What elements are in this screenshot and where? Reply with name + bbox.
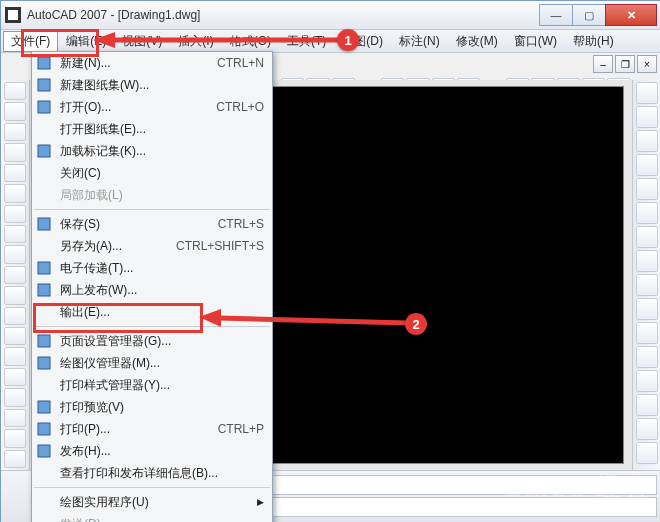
extend-icon[interactable]: [636, 322, 658, 344]
menu-item[interactable]: 页面设置管理器(G)...: [32, 330, 272, 352]
close-button[interactable]: ✕: [605, 4, 657, 26]
menu-item: 发送(D)...: [32, 513, 272, 522]
step-marker-2: 2: [405, 313, 427, 335]
revcloud-icon[interactable]: [4, 225, 26, 243]
mdi-controls: – ❐ ×: [593, 55, 657, 73]
ellipse-icon[interactable]: [4, 266, 26, 284]
menu-item[interactable]: 打开(O)...CTRL+O: [32, 96, 272, 118]
menu-item-label: 加载标记集(K)...: [60, 143, 264, 160]
menu-modify[interactable]: 修改(M): [448, 31, 506, 52]
save-icon: [36, 216, 54, 232]
file-menu-dropdown: 新建(N)...CTRL+N新建图纸集(W)...打开(O)...CTRL+O打…: [31, 51, 273, 522]
line-icon[interactable]: [4, 82, 26, 100]
menu-item[interactable]: 打开图纸集(E)...: [32, 118, 272, 140]
chamfer-icon[interactable]: [636, 394, 658, 416]
menubar: 文件(F) 编辑(E) 视图(V) 插入(I) 格式(O) 工具(T) 绘图(D…: [1, 30, 660, 53]
polyline-icon[interactable]: [4, 123, 26, 141]
menu-item[interactable]: 查看打印和发布详细信息(B)...: [32, 462, 272, 484]
break-icon[interactable]: [636, 346, 658, 368]
menu-item[interactable]: 发布(H)...: [32, 440, 272, 462]
menu-item[interactable]: 新建图纸集(W)...: [32, 74, 272, 96]
menu-item-shortcut: CTRL+N: [217, 56, 264, 70]
mdi-max[interactable]: ❐: [615, 55, 635, 73]
rectangle-icon[interactable]: [4, 164, 26, 182]
menu-item[interactable]: 输出(E)...: [32, 301, 272, 323]
menu-dim[interactable]: 标注(N): [391, 31, 448, 52]
offset-icon[interactable]: [636, 154, 658, 176]
menu-edit[interactable]: 编辑(E): [58, 31, 114, 52]
copy-icon[interactable]: [636, 106, 658, 128]
table-icon[interactable]: [4, 429, 26, 447]
menu-item[interactable]: 打印预览(V): [32, 396, 272, 418]
rotate-icon[interactable]: [636, 226, 658, 248]
move-icon[interactable]: [636, 202, 658, 224]
blank-icon: [36, 304, 54, 320]
make-block-icon[interactable]: [4, 327, 26, 345]
menu-item[interactable]: 打印样式管理器(Y)...: [32, 374, 272, 396]
scale-icon[interactable]: [636, 250, 658, 272]
hatch-icon[interactable]: [4, 368, 26, 386]
web-icon: [36, 282, 54, 298]
modify-toolbar: [632, 80, 660, 470]
menu-insert[interactable]: 插入(I): [170, 31, 221, 52]
mirror-icon[interactable]: [636, 130, 658, 152]
menu-item: 局部加载(L): [32, 184, 272, 206]
menu-window[interactable]: 窗口(W): [506, 31, 565, 52]
menu-format[interactable]: 格式(O): [222, 31, 279, 52]
svg-rect-5: [38, 262, 50, 274]
blank-icon: [36, 377, 54, 393]
ellipse-arc-icon[interactable]: [4, 286, 26, 304]
menu-item-label: 局部加载(L): [60, 187, 264, 204]
minimize-button[interactable]: —: [539, 4, 573, 26]
fillet-icon[interactable]: [636, 418, 658, 440]
menu-item-label: 打印预览(V): [60, 399, 264, 416]
explode-icon[interactable]: [636, 442, 658, 464]
menu-item-label: 发布(H)...: [60, 443, 264, 460]
menu-view[interactable]: 视图(V): [114, 31, 170, 52]
svg-rect-6: [38, 284, 50, 296]
trim-icon[interactable]: [636, 298, 658, 320]
polygon-icon[interactable]: [4, 143, 26, 161]
menu-item-shortcut: CTRL+P: [218, 422, 264, 436]
open-icon: [36, 99, 54, 115]
menu-item[interactable]: 保存(S)CTRL+S: [32, 213, 272, 235]
menu-item[interactable]: 另存为(A)...CTRL+SHIFT+S: [32, 235, 272, 257]
menu-tools[interactable]: 工具(T): [279, 31, 334, 52]
menu-item[interactable]: 电子传递(T)...: [32, 257, 272, 279]
menu-item-label: 网上发布(W)...: [60, 282, 264, 299]
erase-icon[interactable]: [636, 82, 658, 104]
menu-help[interactable]: 帮助(H): [565, 31, 622, 52]
gradient-icon[interactable]: [4, 388, 26, 406]
insert-block-icon[interactable]: [4, 307, 26, 325]
point-icon[interactable]: [4, 347, 26, 365]
maximize-button[interactable]: ▢: [572, 4, 606, 26]
menu-item[interactable]: 关闭(C): [32, 162, 272, 184]
menu-item-label: 页面设置管理器(G)...: [60, 333, 264, 350]
xline-icon[interactable]: [4, 102, 26, 120]
mdi-min[interactable]: –: [593, 55, 613, 73]
menu-item[interactable]: 新建(N)...CTRL+N: [32, 52, 272, 74]
draw-toolbar: [1, 80, 30, 470]
circle-icon[interactable]: [4, 205, 26, 223]
menu-item-label: 新建(N)...: [60, 55, 217, 72]
region-icon[interactable]: [4, 409, 26, 427]
spline-icon[interactable]: [4, 245, 26, 263]
array-icon[interactable]: [636, 178, 658, 200]
menu-item[interactable]: 网上发布(W)...: [32, 279, 272, 301]
mdi-close[interactable]: ×: [637, 55, 657, 73]
menu-file[interactable]: 文件(F): [3, 31, 58, 52]
menu-item[interactable]: 绘图仪管理器(M)...: [32, 352, 272, 374]
mtext-icon[interactable]: [4, 450, 26, 468]
menu-item[interactable]: 打印(P)...CTRL+P: [32, 418, 272, 440]
svg-rect-2: [38, 101, 50, 113]
stretch-icon[interactable]: [636, 274, 658, 296]
menu-item-label: 打印样式管理器(Y)...: [60, 377, 264, 394]
menu-item[interactable]: 加载标记集(K)...: [32, 140, 272, 162]
menu-item[interactable]: 绘图实用程序(U)▶: [32, 491, 272, 513]
join-icon[interactable]: [636, 370, 658, 392]
arc-icon[interactable]: [4, 184, 26, 202]
step-marker-1: 1: [337, 29, 359, 51]
page-icon: [36, 333, 54, 349]
window-title: AutoCAD 2007 - [Drawing1.dwg]: [27, 8, 200, 22]
svg-rect-9: [38, 401, 50, 413]
